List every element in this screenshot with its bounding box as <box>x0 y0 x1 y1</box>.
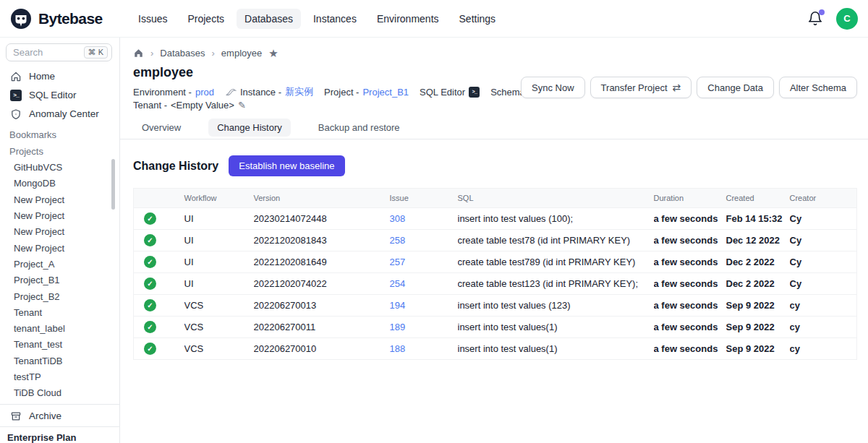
success-check-icon: ✓ <box>144 256 156 268</box>
database-tabs: Overview Change History Backup and resto… <box>120 119 868 139</box>
col-issue: Issue <box>390 189 458 208</box>
establish-baseline-button[interactable]: Establish new baseline <box>229 155 344 176</box>
sidebar-project-item[interactable]: Tenant <box>0 304 119 320</box>
alter-schema-button[interactable]: Alter Schema <box>779 77 857 98</box>
brand[interactable]: Bytebase <box>10 8 130 30</box>
issue-link[interactable]: 188 <box>390 343 406 354</box>
creator-cell: Cy <box>790 208 857 230</box>
duration-cell: a few seconds <box>654 251 726 273</box>
sidebar-item-anomaly-center[interactable]: Anomaly Center <box>0 105 119 124</box>
tab-overview[interactable]: Overview <box>133 119 190 137</box>
environment-link[interactable]: prod <box>195 87 214 98</box>
table-row[interactable]: ✓ UI 20221202074022 254 create table tes… <box>134 273 857 295</box>
issue-link[interactable]: 257 <box>390 257 406 267</box>
sidebar-project-item[interactable]: TiDB Cloud <box>0 385 119 401</box>
breadcrumb-databases[interactable]: Databases <box>160 48 205 59</box>
table-row[interactable]: ✓ UI 20221202081649 257 create table tes… <box>134 251 857 273</box>
table-row[interactable]: ✓ VCS 202206270011 189 insert into test … <box>134 317 857 338</box>
status-cell: ✓ <box>134 273 184 295</box>
nav-item-projects[interactable]: Projects <box>179 9 232 29</box>
page-actions: Sync Now Transfer Project ⇄ Change Data … <box>521 77 857 98</box>
sidebar-project-item[interactable]: Project_B1 <box>0 272 119 288</box>
created-cell: Feb 14 15:32 <box>726 208 790 230</box>
issue-cell: 194 <box>390 295 458 317</box>
version-cell: 20221202081843 <box>254 230 390 251</box>
issue-link[interactable]: 194 <box>390 300 406 311</box>
sidebar-project-item[interactable]: Project_A <box>0 256 119 272</box>
workflow-cell: VCS <box>184 317 254 338</box>
success-check-icon: ✓ <box>144 234 156 246</box>
search-input[interactable]: Search ⌘ K <box>6 43 112 61</box>
home-icon <box>10 71 22 82</box>
sidebar-project-item[interactable]: New Project <box>0 224 119 240</box>
col-status <box>134 189 184 208</box>
created-cell: Dec 12 2022 <box>726 230 790 251</box>
meta-sql-editor[interactable]: SQL Editor >_ <box>420 87 480 98</box>
issue-link[interactable]: 189 <box>390 322 406 332</box>
issue-cell: 188 <box>390 338 458 360</box>
table-row[interactable]: ✓ UI 20230214072448 308 insert into test… <box>134 208 857 230</box>
nav-item-environments[interactable]: Environments <box>369 9 447 29</box>
created-cell: Sep 9 2022 <box>726 317 790 338</box>
sql-cell: insert into test values(1) <box>458 338 654 360</box>
issue-link[interactable]: 254 <box>390 278 406 289</box>
search-shortcut-badge: ⌘ K <box>84 46 108 59</box>
sidebar-project-item[interactable]: New Project <box>0 207 119 223</box>
instance-link[interactable]: 新实例 <box>285 85 313 98</box>
terminal-icon: >_ <box>469 87 480 98</box>
transfer-project-button[interactable]: Transfer Project ⇄ <box>590 77 692 98</box>
nav-item-issues[interactable]: Issues <box>130 9 175 29</box>
table-row[interactable]: ✓ VCS 202206270013 194 insert into test … <box>134 295 857 317</box>
edit-pencil-icon[interactable]: ✎ <box>238 100 246 111</box>
creator-cell: cy <box>790 295 857 317</box>
table-row[interactable]: ✓ VCS 202206270010 188 insert into test … <box>134 338 857 360</box>
sidebar-project-item[interactable]: TenantTiDB <box>0 353 119 369</box>
workflow-cell: UI <box>184 251 254 273</box>
issue-cell: 254 <box>390 273 458 295</box>
main-content: › Databases › employee ★ employee Enviro… <box>120 38 868 443</box>
success-check-icon: ✓ <box>144 343 156 355</box>
breadcrumb-separator: › <box>150 48 153 59</box>
sidebar-item-sql-editor[interactable]: >_ SQL Editor <box>0 86 119 105</box>
sidebar-item-archive[interactable]: Archive <box>0 408 119 425</box>
sidebar-project-item[interactable]: testTP <box>0 369 119 384</box>
table-row[interactable]: ✓ UI 20221202081843 258 create table tes… <box>134 230 857 251</box>
sidebar-project-item[interactable]: GitHubVCS <box>0 160 119 176</box>
sidebar-project-item[interactable]: tenant_label <box>0 321 119 337</box>
sidebar-project-item[interactable]: New Project <box>0 240 119 256</box>
creator-cell: cy <box>790 317 857 338</box>
sidebar-project-item[interactable]: MongoDB <box>0 176 119 192</box>
sidebar-item-label: Anomaly Center <box>29 108 99 119</box>
sidebar-scrollbar[interactable] <box>111 159 115 210</box>
nav-item-databases[interactable]: Databases <box>237 9 301 29</box>
user-avatar[interactable]: C <box>836 8 858 30</box>
breadcrumb: › Databases › employee ★ <box>133 48 868 59</box>
col-creator: Creator <box>790 189 857 208</box>
favorite-star-icon[interactable]: ★ <box>268 48 278 59</box>
database-meta: Environment - prod Instance - 新实例 Projec… <box>133 86 582 111</box>
issue-link[interactable]: 308 <box>390 213 406 224</box>
breadcrumb-employee[interactable]: employee <box>221 48 262 59</box>
breadcrumb-separator: › <box>212 48 215 59</box>
nav-item-instances[interactable]: Instances <box>305 9 365 29</box>
tab-backup-and-restore[interactable]: Backup and restore <box>310 119 409 137</box>
sidebar-project-item[interactable]: Project_B2 <box>0 288 119 304</box>
issue-link[interactable]: 258 <box>390 235 406 246</box>
sidebar-project-item[interactable]: New Project <box>0 192 119 207</box>
sidebar-project-item[interactable]: Tenant_test <box>0 337 119 353</box>
col-version: Version <box>254 189 390 208</box>
notification-bell-icon[interactable] <box>807 11 823 27</box>
version-cell: 20230214072448 <box>254 208 390 230</box>
sidebar-item-home[interactable]: Home <box>0 67 119 86</box>
shield-icon <box>10 108 22 120</box>
version-cell: 202206270010 <box>254 338 390 360</box>
project-link[interactable]: Project_B1 <box>362 87 409 98</box>
change-data-button[interactable]: Change Data <box>697 77 774 98</box>
breadcrumb-home-icon[interactable] <box>133 48 144 59</box>
duration-cell: a few seconds <box>654 295 726 317</box>
sync-now-button[interactable]: Sync Now <box>521 77 585 98</box>
tab-change-history[interactable]: Change History <box>208 119 291 137</box>
created-cell: Sep 9 2022 <box>726 338 790 360</box>
sql-cell: create table test78 (id int PRIMARY KEY) <box>458 230 654 251</box>
nav-item-settings[interactable]: Settings <box>451 9 504 29</box>
